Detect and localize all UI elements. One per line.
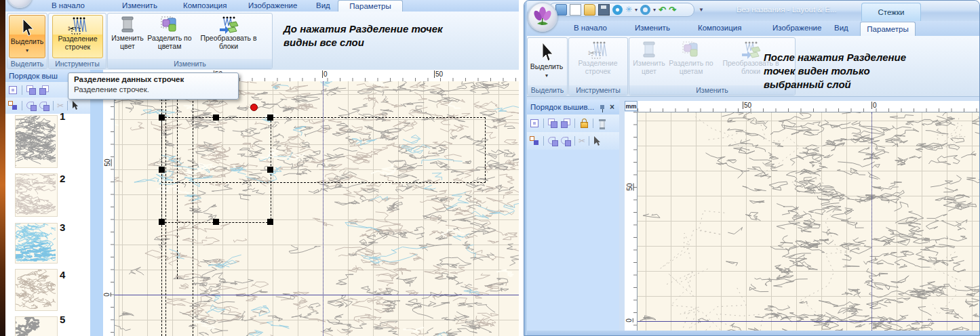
horizontal-axis-line [115,295,519,295]
selection-handle[interactable] [213,219,219,225]
selection-handle[interactable] [159,219,165,225]
window-before: В начало Изменить Композиция Изображение… [0,0,519,336]
vertical-ruler: 50 0 [103,81,115,336]
tab-parameters-selected[interactable]: Параметры [860,22,916,37]
tooltip-title: Разделение данных строчек [74,75,233,83]
tab-view[interactable]: Вид [316,1,330,9]
tab-composition[interactable]: Композиция [698,24,741,32]
layer-thumbnail-2[interactable] [15,173,58,217]
close-icon[interactable]: × [610,103,614,111]
tab-edit[interactable]: Изменить [635,24,670,32]
ruler-unit-box[interactable]: mm [625,101,638,111]
cycle-colors-icon[interactable] [547,135,558,146]
selection-handle[interactable] [159,114,165,121]
dropdown-arrow-icon[interactable]: ▾ [653,7,656,14]
save-icon[interactable] [598,4,610,16]
tab-view[interactable]: Вид [834,24,848,32]
selection-handle[interactable] [213,114,219,121]
selection-bounding-box[interactable] [161,117,271,223]
design-canvas-before[interactable] [114,81,519,336]
annotation-after: После нажатия Разделение точек виден тол… [764,51,925,91]
stitch-start-point [250,104,258,111]
tab-home[interactable]: В начало [52,1,85,9]
ruler-label: 0 [625,318,633,322]
selection-handle[interactable] [159,167,165,173]
move-layer-icon[interactable] [529,135,540,146]
selection-handle[interactable] [267,167,273,173]
tab-edit[interactable]: Изменить [122,1,157,9]
undo-icon[interactable]: ↶ [659,5,666,15]
horizontal-ruler: 50 0 [638,101,980,112]
layer-thumbnail-1[interactable] [15,115,58,168]
fit-view-icon[interactable] [7,85,18,96]
cycle-colors-back-icon[interactable] [560,135,571,146]
layer-number: 2 [60,173,65,184]
app-logo[interactable] [7,0,33,8]
ring-tool-icon[interactable] [640,5,650,15]
cycle-colors-back-icon[interactable] [39,100,50,111]
ruler-label: 0 [322,70,328,78]
qat-customize-arrow[interactable]: ▼ [699,7,704,14]
new-document-icon[interactable] [570,4,581,16]
cursor-arrow-icon [538,42,555,62]
snowflake-tool-icon[interactable]: ✳ [625,5,632,15]
ruler-label: 50 [743,102,751,109]
panel-toolbar-row2: ✂ [5,98,90,114]
group-tools-label: Инструменты [569,85,627,95]
selection-handle[interactable] [267,219,273,225]
context-tab-stitches[interactable]: Стежки [861,3,921,21]
design-property-icon[interactable] [612,5,623,15]
layer-thumbnail-4[interactable] [15,269,58,311]
app-logo[interactable] [528,2,557,32]
fit-view-icon[interactable] [529,118,540,129]
annotation-before: До нажатия Разделение точек видны все сл… [283,22,467,49]
tab-image[interactable]: Изображение [248,1,297,9]
select-button[interactable]: Выделить ▾ [9,15,45,58]
tab-home[interactable]: В начало [574,24,607,32]
group-select: Выделить ▾ Выделить [527,37,568,96]
dropdown-arrow-icon[interactable]: ▾ [635,7,638,14]
convert-to-blocks-button[interactable]: Преобразовать в блоки [195,15,262,57]
send-backward-icon[interactable] [560,118,571,129]
pin-icon[interactable] [599,104,606,112]
title-bar: ✳ ▾ ▾ ↶ ↷ ▼ Без названия - Layout & E...… [525,1,980,21]
design-canvas-after[interactable] [637,112,980,336]
ruler-label: 50 [626,183,634,190]
tooltip-body: Разделение строчек. [74,85,233,93]
bring-forward-icon[interactable] [547,118,558,129]
send-backward-icon[interactable] [39,85,50,96]
tab-composition[interactable]: Композиция [183,1,227,9]
group-tools: ✂ Разделение строчек Инструменты [568,37,628,96]
layer-thumbnail-5[interactable] [15,316,58,336]
desktop-edge [0,0,5,336]
layer-number: 4 [60,269,65,280]
split-by-colors-button[interactable]: Разделить по цветам [147,15,192,57]
panel-toolbar-row2: ✂ [527,132,619,150]
select-cursor-icon[interactable] [593,136,602,146]
lock-icon[interactable] [579,118,589,129]
split-stitches-button-disabled[interactable]: ✂ Разделение строчек [573,39,623,83]
ruler-label: 50 [104,159,112,166]
move-layer-icon[interactable] [7,100,18,111]
cycle-colors-icon[interactable] [26,100,37,111]
split-by-colors-button-disabled[interactable]: Разделить по цветам [669,39,713,83]
change-color-button[interactable]: Изменить цвет [111,15,144,57]
scissors-icon[interactable]: ✂ [579,136,585,146]
select-cursor-icon[interactable] [71,101,79,110]
open-file-icon[interactable] [584,4,595,16]
split-stitches-button[interactable]: ✂ Разделение строчек [52,15,103,58]
select-button[interactable]: Выделить ▾ [529,39,564,83]
ribbon-tab-row: В начало Изменить Композиция Изображение… [5,0,519,12]
tab-image[interactable]: Изображение [772,24,821,32]
layer-number: 3 [60,222,65,233]
layer-thumbnail-3[interactable] [15,223,58,264]
redo-icon[interactable]: ↷ [669,5,676,15]
selection-handle[interactable] [267,114,273,121]
change-color-button-disabled[interactable]: Изменить цвет [632,39,666,83]
split-stitches-icon: ✂ [588,41,608,59]
scissors-icon[interactable]: ✂ [57,101,64,110]
bring-forward-icon[interactable] [26,85,37,96]
ribbon-tab-row: В начало Изменить Композиция Изображение… [525,21,980,36]
thread-spool-icon[interactable] [597,118,608,129]
tab-parameters-selected[interactable]: Параметры [338,0,403,12]
